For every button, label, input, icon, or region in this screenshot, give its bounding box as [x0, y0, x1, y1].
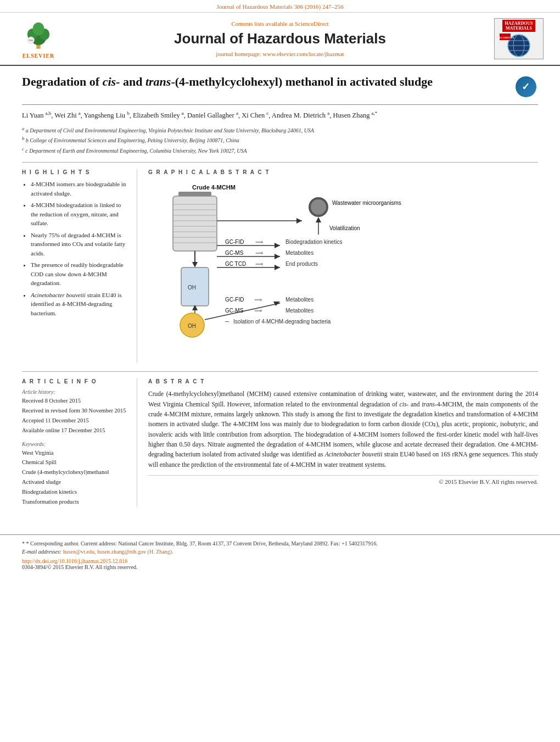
abstract-text: Crude (4-methylcyclohexyl)methanol (MCHM… [148, 389, 538, 470]
highlights-heading: H I G H L I G H T S [22, 169, 128, 175]
journal-center-info: Contents lists available at ScienceDirec… [66, 20, 494, 57]
journal-title: Journal of Hazardous Materials [66, 30, 494, 47]
svg-text:End products: End products [285, 261, 318, 267]
svg-text:─: ─ [225, 319, 229, 325]
svg-text:Biodegradation kinetics: Biodegradation kinetics [285, 239, 342, 245]
main-content: Degradation of cis- and trans-(4-methylc… [0, 66, 560, 526]
keywords-label: Keywords: [22, 441, 128, 447]
received-date: Received 8 October 2015 [22, 398, 81, 404]
abstract-heading: A B S T R A C T [148, 378, 538, 384]
highlights-graphical-section: H I G H L I G H T S 4-MCHM isomers are b… [22, 162, 538, 363]
email-links[interactable]: husen@vt.edu, husen.zhang@nih.gov (H. Zh… [63, 549, 173, 555]
page: Journal of Hazardous Materials 306 (2016… [0, 0, 560, 570]
svg-text:tree: tree [29, 38, 34, 42]
svg-text:HAZARDOUS: HAZARDOUS [500, 36, 514, 39]
hazardous-materials-logo: HAZARDOUSMATERIALS HAZARDOUS [494, 18, 544, 59]
received-revised-date: Received in revised form 30 November 201… [22, 408, 126, 414]
homepage-url[interactable]: www.elsevier.com/locate/jhazmat [262, 51, 344, 57]
svg-text:⟹: ⟹ [254, 297, 262, 303]
highlight-item: 4-MCHM isomers are biodegradable in acti… [31, 180, 128, 198]
doi-link[interactable]: http://dx.doi.org/10.1016/j.jhazmat.2015… [22, 558, 538, 564]
elsevier-logo: tree ELSEVIER [11, 19, 66, 59]
footer: * * Corresponding author. Current addres… [0, 534, 560, 570]
affiliations: a a Department of Civil and Environmenta… [22, 125, 538, 155]
svg-rect-16 [178, 192, 211, 196]
svg-text:OH: OH [188, 284, 196, 291]
sciencedirect-text[interactable]: ScienceDirect [295, 20, 329, 27]
svg-text:Metabolites: Metabolites [285, 250, 313, 256]
svg-marker-36 [316, 217, 321, 222]
authors: Li Yuan a,b, Wei Zhi a, Yangsheng Liu b,… [22, 109, 538, 121]
email-addresses: E-mail addresses: husen@vt.edu, husen.zh… [22, 548, 538, 556]
graphical-abstract-diagram: Crude 4-MCHM [148, 180, 467, 361]
article-history-label: Article history: [22, 389, 128, 395]
available-date: Available online 17 December 2015 [22, 427, 105, 433]
elsevier-label: ELSEVIER [23, 53, 55, 59]
keyword: West Virginia [22, 450, 53, 456]
svg-text:GC-FID: GC-FID [225, 297, 244, 303]
crossmark-badge: ✓ [513, 74, 538, 99]
highlight-item: The presence of readily biodegradable CO… [31, 260, 128, 288]
svg-text:GC-MS: GC-MS [225, 250, 244, 256]
svg-text:⟹: ⟹ [255, 239, 263, 245]
hazardous-badge: HAZARDOUSMATERIALS [502, 20, 535, 32]
journal-reference-bar: Journal of Hazardous Materials 306 (2016… [0, 0, 560, 13]
svg-text:GC-FID: GC-FID [225, 239, 244, 245]
corresponding-author-note: * * Corresponding author. Current addres… [22, 539, 538, 548]
abstract-column: A B S T R A C T Crude (4-methylcyclohexy… [148, 378, 538, 506]
svg-text:⟹: ⟹ [255, 250, 263, 256]
svg-marker-39 [275, 243, 280, 248]
article-info-column: A R T I C L E I N F O Article history: R… [22, 378, 137, 506]
keyword: Crude (4-methylcyclohexyl)methanol [22, 469, 109, 475]
svg-marker-49 [275, 265, 280, 270]
svg-point-4 [33, 23, 44, 36]
highlight-item: Nearly 75% of degraded 4-MCHM is transfo… [31, 231, 128, 258]
highlight-item: 4-MCHM biodegradation is linked to the r… [31, 200, 128, 228]
svg-text:Metabolites: Metabolites [285, 297, 313, 303]
sciencedirect-link: Contents lists available at ScienceDirec… [66, 20, 494, 27]
article-title: Degradation of cis- and trans-(4-methylc… [22, 74, 505, 90]
svg-text:GC-MS: GC-MS [225, 308, 244, 314]
svg-text:Volatilization: Volatilization [329, 225, 360, 231]
svg-text:⟹: ⟹ [254, 308, 262, 314]
highlights-list: 4-MCHM isomers are biodegradable in acti… [22, 180, 128, 317]
highlight-item: Acinetobacter bouvetii strain EU40 is id… [31, 291, 128, 318]
article-title-section: Degradation of cis- and trans-(4-methylc… [22, 74, 538, 105]
keyword: Chemical Spill [22, 459, 57, 465]
accepted-date: Accepted 11 December 2015 [22, 417, 89, 423]
svg-text:Metabolites: Metabolites [285, 308, 313, 314]
elsevier-tree-icon: tree [22, 19, 55, 52]
article-info-abstract-section: A R T I C L E I N F O Article history: R… [22, 371, 538, 506]
graphical-abstract-column: G R A P H I C A L A B S T R A C T Crude … [148, 169, 538, 363]
svg-text:OH: OH [188, 323, 196, 329]
highlights-column: H I G H L I G H T S 4-MCHM isomers are b… [22, 169, 137, 363]
article-dates: Received 8 October 2015 Received in revi… [22, 396, 128, 435]
svg-text:Isolation of 4-MCHM-degrading : Isolation of 4-MCHM-degrading bacteria [233, 319, 331, 325]
svg-text:⟹: ⟹ [255, 261, 263, 267]
svg-text:GC TCD: GC TCD [225, 261, 246, 267]
copyright-notice: © 2015 Elsevier B.V. All rights reserved… [148, 475, 538, 485]
crossmark-icon: ✓ [516, 76, 536, 97]
graphical-abstract-heading: G R A P H I C A L A B S T R A C T [148, 169, 538, 175]
hazardous-globe-icon: HAZARDOUS [500, 34, 538, 58]
svg-text:Crude 4-MCHM: Crude 4-MCHM [192, 184, 236, 191]
journal-header: tree ELSEVIER Contents lists available a… [0, 13, 560, 66]
keyword: Biodegradation kinetics [22, 489, 77, 495]
keyword: Transformation products [22, 499, 79, 505]
svg-point-31 [311, 199, 326, 215]
svg-marker-44 [275, 254, 280, 259]
svg-text:Wastewater microorganisms: Wastewater microorganisms [332, 200, 401, 206]
issn-line: 0304-3894/© 2015 Elsevier B.V. All right… [22, 564, 538, 570]
keywords-list: West Virginia Chemical Spill Crude (4-me… [22, 448, 128, 507]
svg-marker-27 [192, 262, 198, 267]
svg-marker-34 [296, 218, 302, 224]
journal-homepage: journal homepage: www.elsevier.com/locat… [66, 51, 494, 57]
journal-ref-text: Journal of Hazardous Materials 306 (2016… [217, 3, 344, 10]
article-info-heading: A R T I C L E I N F O [22, 378, 128, 384]
keyword: Activated sludge [22, 479, 61, 485]
